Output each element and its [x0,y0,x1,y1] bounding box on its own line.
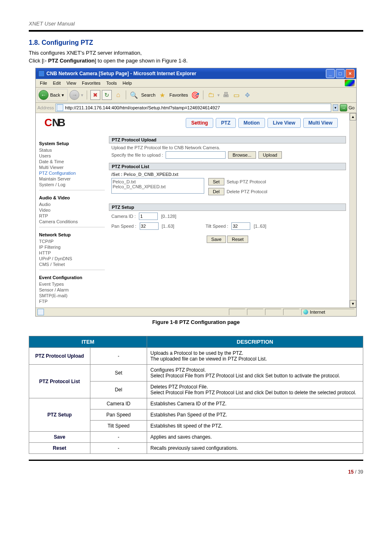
section-heading: 1.8. Configuring PTZ [29,39,363,46]
reset-button[interactable]: Reset [227,236,248,243]
minimize-button[interactable]: _ [326,69,335,78]
go-arrow-icon: → [340,104,347,111]
sidebar-item-tcpip[interactable]: TCP/IP [39,238,105,244]
list-option-2[interactable]: Pelco_D_CNB_XPEED.txt [113,184,203,189]
forward-button[interactable]: → [69,90,79,100]
tab-motion[interactable]: Motion [238,118,265,128]
stop-button[interactable]: ✖ [90,90,100,100]
tab-multi-view[interactable]: Multi View [303,118,338,128]
msn-icon[interactable]: ❖ [243,90,252,99]
sidebar-item-upnp[interactable]: UPnP / DynDNS [39,256,105,261]
status-cell-1 [229,309,245,315]
row-setup-tilt: Tilt Speed [90,421,147,432]
sidebar-item-video[interactable]: Video [39,207,105,213]
sidebar-item-maintain[interactable]: Maintain Server [39,176,105,182]
row-upload-label: PTZ Protocol Upload [29,348,90,365]
back-arrow-icon: ← [39,90,48,100]
sidebar-item-smtp[interactable]: SMTP(E-mail) [39,293,105,298]
go-button[interactable]: → Go [340,104,355,111]
sidebar-group-system: System Setup [39,141,105,146]
scroll-down-icon[interactable]: ▼ [350,300,356,308]
menu-favorites[interactable]: Favorites [79,80,103,86]
sidebar-item-audio[interactable]: Audio [39,201,105,207]
row-upload-sub: - [90,348,147,365]
menu-edit[interactable]: Edit [51,80,63,86]
menubar: File Edit View Favorites Tools Help [36,79,356,88]
row-setup-cam: Camera ID [90,398,147,409]
back-label: Back [50,92,60,97]
screenshot-window: CNB Network Camera [Setup Page] - Micros… [35,68,357,317]
history-icon[interactable]: 🗀 [207,90,216,99]
sidebar-item-ptz-config[interactable]: PTZ Configuration [39,170,105,176]
del-button[interactable]: Del [208,188,224,195]
panel-head-setup: PTZ Setup [109,204,346,211]
pan-speed-input[interactable] [140,222,159,230]
sidebar-item-ftp[interactable]: FTP [39,298,105,304]
row-save-label: Save [29,432,90,443]
page-current: 15 [348,469,353,475]
sidebar-item-camera-conditions[interactable]: Camera Conditions [39,219,105,224]
back-button[interactable]: ← Back ▾ [37,89,68,101]
sidebar-item-http[interactable]: HTTP [39,250,105,256]
row-setup-tilt-desc: Establishes tilt speed of the PTZ. [147,421,363,432]
protocol-listbox[interactable]: Pelco_D.txt Pelco_D_CNB_XPEED.txt [111,178,204,194]
row-setup-label: PTZ Setup [29,398,90,432]
set-button[interactable]: Set [208,178,224,185]
menu-view[interactable]: View [64,80,79,86]
upload-file-input[interactable] [166,151,226,159]
maximize-button[interactable]: □ [336,69,345,78]
browse-button[interactable]: Browse... [228,151,256,159]
menu-tools[interactable]: Tools [104,80,120,86]
row-list-del: Del [90,382,147,398]
sidebar-group-network: Network Setup [39,232,105,237]
set-hint: Setup PTZ Protocol [227,179,266,184]
menu-help[interactable]: Help [120,80,134,86]
sidebar-item-ipfiltering[interactable]: IP Filtering [39,244,105,250]
row-save-sub: - [90,432,147,443]
search-label: Search [140,92,156,97]
close-button[interactable]: × [346,69,355,78]
row-setup-pan-desc: Establishes Pan Speed of the PTZ. [147,409,363,421]
tab-live-view[interactable]: Live View [267,118,300,128]
search-icon[interactable]: 🔍 [129,90,138,99]
refresh-button[interactable]: ↻ [102,90,112,100]
list-option-1[interactable]: Pelco_D.txt [113,179,203,184]
panel-head-list: PTZ Protocol List [109,163,346,170]
sidebar-item-sensor[interactable]: Sensor / Alarm [39,287,105,293]
row-list-label: PTZ Protocol List [29,365,90,398]
vertical-scrollbar[interactable]: ▲ ▼ [349,113,356,308]
tab-ptz[interactable]: PTZ [216,118,236,128]
tilt-speed-input[interactable] [231,222,250,230]
sidebar-item-cms[interactable]: CMS / Telnet [39,261,105,267]
th-desc: DESCRIPTION [147,336,363,348]
favorites-icon[interactable]: ★ [158,90,167,99]
camera-id-input[interactable] [139,213,158,220]
sidebar: System Setup Status Users Date & Time Mu… [39,136,105,304]
row-save-desc: Applies and saves changes. [147,432,363,443]
fullscreen-icon[interactable]: ▭ [232,90,241,99]
save-button[interactable]: Save [207,236,226,243]
history-dropdown-icon: ▾ [217,92,220,98]
back-dropdown-icon: ▾ [62,92,64,98]
url-field[interactable]: http://211.104.176.144:400/html/operator… [55,104,331,112]
sidebar-item-systemlog[interactable]: System / Log [39,182,105,187]
sidebar-item-eventtypes[interactable]: Event Types [39,281,105,287]
sidebar-item-rtp[interactable]: RTP [39,213,105,219]
toolbar: ← Back ▾ → ▾ ✖ ↻ ⌂ 🔍 Search ★ Favorites … [36,88,356,103]
menu-file[interactable]: File [37,80,50,86]
row-reset-sub: - [90,443,147,454]
url-dropdown-icon[interactable]: ▾ [333,104,338,111]
scroll-up-icon[interactable]: ▲ [350,113,356,120]
click-instruction: Click [▷ PTZ Configuration] to open the … [29,58,363,64]
sidebar-item-status[interactable]: Status [39,147,105,153]
sidebar-item-users[interactable]: Users [39,153,105,159]
upload-button[interactable]: Upload [258,151,282,159]
page-sep: / [354,469,358,475]
home-button[interactable]: ⌂ [113,90,122,99]
sidebar-item-multiviewer[interactable]: Multi Viewer [39,164,105,170]
media-icon[interactable]: 🎯 [191,90,200,99]
sidebar-item-datetime[interactable]: Date & Time [39,159,105,164]
mail-icon[interactable]: 🖶 [221,90,231,99]
tab-setting[interactable]: Setting [186,118,213,128]
panel-head-upload: PTZ Protocol Upload [109,136,346,143]
